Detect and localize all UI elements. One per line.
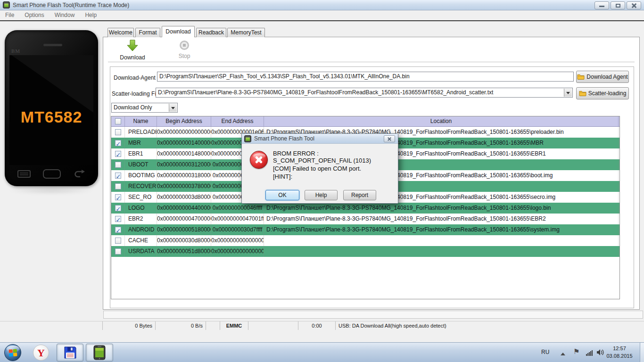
column-header-end-address[interactable]: End Address (211, 116, 264, 126)
begin-address: 0x0000000004700000 (157, 214, 211, 224)
volume-icon[interactable] (596, 349, 604, 356)
toolbar-separator (108, 62, 635, 62)
partition-name: BOOTIMG (125, 170, 157, 181)
network-signal-icon[interactable] (586, 350, 593, 356)
row-checkbox[interactable] (115, 205, 121, 211)
begin-address: 0x0000000003120000 (157, 159, 211, 170)
row-checkbox[interactable] (115, 238, 121, 244)
download-button-label: Download (116, 54, 149, 61)
scatter-loading-button[interactable]: Scatter-loading (576, 87, 629, 99)
stop-button[interactable]: Stop (173, 41, 196, 59)
tab-welcome[interactable]: Welcome (107, 28, 134, 37)
partition-name: EBR2 (125, 214, 157, 224)
home-icon (43, 169, 61, 179)
clock-time: 12:57 (605, 345, 634, 352)
begin-address: 0x0000000030d80000 (157, 235, 211, 246)
menu-file[interactable]: File (0, 10, 19, 20)
row-checkbox[interactable] (115, 140, 121, 146)
end-address: 0x000000000046ffff (211, 203, 264, 214)
status-speed: 0 B/s (156, 321, 206, 330)
restore-button[interactable] (611, 1, 625, 9)
menu-options[interactable]: Options (19, 10, 49, 20)
tab-memorytest[interactable]: MemoryTest (227, 28, 265, 37)
window-title: Smart Phone Flash Tool(Runtime Trace Mod… (13, 2, 129, 8)
scatter-file-combobox[interactable]: D:\ProgramS\Планшет\Plane-8.3-3G-PS7840M… (156, 88, 573, 98)
row-checkbox[interactable] (115, 162, 121, 168)
row-checkbox[interactable] (115, 216, 121, 222)
column-header-name[interactable]: Name (125, 116, 157, 126)
menu-help[interactable]: Help (80, 10, 102, 20)
end-address: 0x0000000000000000 (211, 246, 264, 257)
tray-expand-arrow-icon[interactable] (561, 350, 565, 355)
table-row-logo[interactable]: LOGO0x00000000044000000x000000000046ffff… (111, 203, 619, 214)
error-text: BROM ERROR : S_COM_PORT_OPEN_FAIL (1013) (273, 150, 398, 164)
row-checkbox[interactable] (115, 194, 121, 200)
taskbar: Y RU ⚑ 12:57 03.08.2015 (0, 342, 644, 362)
table-row-cache[interactable]: CACHE0x0000000030d800000x000000000000000… (111, 235, 619, 246)
table-row-ebr2[interactable]: EBR20x00000000047000000x00000000047001ff… (111, 214, 619, 224)
download-agent-input[interactable]: D:\ProgramS\Планшет\SP_Flash_Tool_v5.134… (157, 72, 574, 82)
clock-date: 03.08.2015 (605, 352, 634, 360)
minimize-button[interactable] (594, 1, 609, 9)
partition-name: PRELOADER (125, 127, 157, 138)
dialog-title: Smart Phone Flash Tool (254, 135, 314, 142)
row-checkbox[interactable] (115, 151, 121, 157)
row-checkbox[interactable] (115, 227, 121, 233)
folder-icon (577, 74, 585, 80)
window-titlebar[interactable]: Smart Phone Flash Tool(Runtime Trace Mod… (0, 0, 644, 10)
partition-name: UBOOT (125, 159, 157, 170)
folder-icon (579, 90, 586, 96)
dialog-app-icon (244, 135, 251, 142)
mode-dropdown-arrow-icon[interactable] (169, 104, 177, 112)
partition-name: RECOVERY (125, 181, 157, 192)
download-mode-combobox[interactable]: Download Only (111, 103, 178, 113)
yandex-taskbar-icon[interactable]: Y (33, 345, 49, 361)
download-agent-button[interactable]: Download Agent (576, 71, 629, 83)
select-all-checkbox[interactable] (115, 118, 121, 124)
dialog-close-button[interactable] (384, 135, 395, 142)
chipset-label: MT6582 (9, 108, 93, 126)
menu-icon (17, 170, 31, 178)
download-button[interactable]: Download (116, 40, 149, 61)
download-mode-value: Download Only (114, 104, 152, 111)
row-checkbox[interactable] (115, 183, 121, 189)
stop-button-label: Stop (173, 53, 196, 59)
show-desktop-button[interactable] (640, 343, 644, 362)
begin-address: 0x0000000001400000 (157, 138, 211, 148)
tab-format[interactable]: Format (135, 28, 160, 37)
column-header-location[interactable]: Location (264, 116, 619, 126)
menu-window[interactable]: Window (50, 10, 80, 20)
scatter-dropdown-arrow-icon[interactable] (564, 89, 572, 97)
tray-clock[interactable]: 12:57 03.08.2015 (605, 345, 634, 360)
action-center-flag-icon[interactable]: ⚑ (573, 347, 579, 356)
progress-bar (103, 311, 643, 319)
phone-illustration: BM MT6582 (5, 30, 98, 186)
flashtool-taskbar-button[interactable] (86, 344, 113, 362)
flashtool-save-taskbar-button[interactable] (57, 344, 83, 362)
ok-button[interactable]: OK (265, 190, 299, 200)
close-button[interactable] (627, 1, 641, 9)
stop-icon (180, 41, 189, 50)
report-button[interactable]: Report (343, 190, 376, 200)
location (264, 246, 619, 257)
status-bytes: 0 Bytes (103, 321, 156, 330)
tab-download[interactable]: Download (162, 26, 195, 37)
column-header-begin-address[interactable]: Begin Address (157, 116, 211, 126)
scatter-loading-button-label: Scatter-loading (588, 90, 627, 97)
phone-nav-buttons (5, 168, 98, 180)
dialog-titlebar[interactable]: Smart Phone Flash Tool (242, 134, 398, 144)
phone-reflection (7, 187, 96, 194)
start-button[interactable] (4, 344, 21, 361)
row-checkbox[interactable] (115, 129, 121, 135)
language-indicator[interactable]: RU (541, 349, 549, 362)
tab-readback[interactable]: Readback (196, 28, 226, 37)
status-empty (206, 321, 220, 330)
scatter-file-value: D:\ProgramS\Планшет\Plane-8.3-3G-PS7840M… (158, 89, 493, 96)
table-row-android[interactable]: ANDROID0x00000000051800000x0000000030d7f… (111, 224, 619, 235)
row-checkbox[interactable] (115, 173, 121, 179)
partition-name: LOGO (125, 203, 157, 214)
end-address: 0x00000000047001ff (211, 214, 264, 224)
table-row-usrdata[interactable]: USRDATA0x0000000051d800000x0000000000000… (111, 246, 619, 257)
help-button[interactable]: Help (305, 190, 338, 200)
row-checkbox[interactable] (115, 248, 121, 255)
